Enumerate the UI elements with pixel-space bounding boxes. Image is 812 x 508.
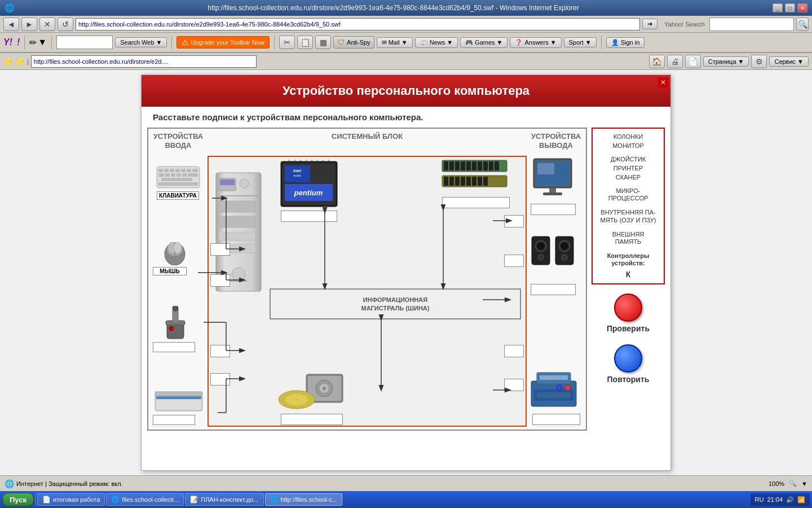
item-controllers[interactable]: Контроллерыустройств: <box>596 251 660 268</box>
scanner-label-box[interactable] <box>153 415 195 425</box>
tab-url-input[interactable] <box>31 55 257 68</box>
taskbar-item-2[interactable]: 📝 ПЛАН-конспект.до... <box>185 493 263 506</box>
svg-point-84 <box>537 242 545 250</box>
item-ram[interactable]: ВНУТРЕННЯЯ ПА-МЯТЬ (ОЗУ И ПЗУ) <box>596 208 660 225</box>
taskbar-item-0[interactable]: 📄 итоговая работа <box>37 493 105 506</box>
url-input[interactable] <box>76 18 640 30</box>
svg-rect-12 <box>182 173 187 177</box>
add-favorites-icon[interactable]: ⭐ <box>15 57 25 66</box>
taskbar-separator <box>35 493 36 506</box>
disks-label-box[interactable] <box>281 414 343 425</box>
flash-header: Устройство персонального компьютера <box>142 75 670 107</box>
right-conn-box-3[interactable] <box>504 345 524 357</box>
status-left: 🌐 Интернет | Защищенный режим: вкл. <box>5 479 123 488</box>
ram-label-box[interactable] <box>442 197 510 208</box>
svg-rect-29 <box>155 392 202 396</box>
joystick-label-box[interactable] <box>153 342 195 352</box>
answers-button[interactable]: ❓ Answers ▼ <box>510 37 561 48</box>
search-web-input[interactable] <box>56 36 113 49</box>
taskbar-item-1[interactable]: 🌐 files.school-collecti... <box>106 493 184 506</box>
games-label: Games <box>475 39 495 46</box>
maximize-button[interactable]: □ <box>785 3 795 12</box>
toolbar-separator-1 <box>24 36 25 49</box>
signin-button[interactable]: 👤 Sign in <box>606 37 645 48</box>
back-button[interactable]: ◄ <box>3 17 19 31</box>
item-monitor[interactable]: МОНИТОР <box>596 141 660 150</box>
svg-rect-81 <box>543 192 562 195</box>
left-conn-box-4[interactable] <box>210 373 230 386</box>
favorites-star-icon[interactable]: ⭐ <box>3 57 13 66</box>
svg-rect-75 <box>483 177 488 186</box>
close-button[interactable]: ✕ <box>797 3 807 12</box>
svg-point-33 <box>240 179 249 188</box>
cpu-label-box[interactable] <box>281 211 337 222</box>
right-conn-box-1[interactable] <box>504 215 524 227</box>
page-icon[interactable]: 📄 <box>685 55 701 68</box>
locale-indicator[interactable]: RU <box>755 496 764 503</box>
zoom-icon: 🔍 <box>789 480 797 487</box>
item-kolonki[interactable]: КОЛОНКИ <box>596 132 660 141</box>
yahoo-search-input[interactable] <box>709 17 794 31</box>
status-bar: 🌐 Интернет | Защищенный режим: вкл. 100%… <box>0 475 812 491</box>
print-icon[interactable]: 🖨 <box>667 55 683 68</box>
item-k[interactable]: К <box>596 269 660 280</box>
right-panel: КОЛОНКИ МОНИТОР ДЖОЙСТИК ПРИНТЕР СКАНЕР … <box>592 128 665 431</box>
page-tools: 🏠 🖨 📄 Страница ▼ ⚙ Сервис ▼ <box>649 55 809 68</box>
printer-label-box[interactable] <box>532 414 580 425</box>
stop-button[interactable]: ✕ <box>39 17 55 31</box>
search-icon[interactable]: 🔍 <box>796 17 809 31</box>
item-skaner[interactable]: СКАНЕР <box>596 173 660 182</box>
svg-rect-71 <box>461 177 465 186</box>
speakers-label-box[interactable] <box>531 284 576 295</box>
zoom-dropdown[interactable]: ▼ <box>801 480 807 487</box>
system-block-label: СИСТЕМНЫЙ БЛОК <box>204 132 531 150</box>
service-button[interactable]: Сервис ▼ <box>769 56 809 67</box>
start-button[interactable]: Пуск <box>2 493 34 506</box>
main-toolbar: Y! ! ✏ ▼ Search Web ▼ ⚠ Upgrade your Too… <box>0 33 812 53</box>
diagram-area: УСТРОЙСТВАВВОДА СИСТЕМНЫЙ БЛОК УСТРОЙСТВ… <box>142 128 670 436</box>
item-printer[interactable]: ПРИНТЕР <box>596 164 660 173</box>
svg-rect-64 <box>483 161 488 170</box>
svg-rect-66 <box>495 161 499 170</box>
svg-rect-27 <box>156 396 201 399</box>
favorites-label: | <box>27 58 29 65</box>
left-conn-box-2[interactable] <box>210 274 230 287</box>
minimize-button[interactable]: _ <box>773 3 783 12</box>
item-dzhojstik[interactable]: ДЖОЙСТИК <box>596 155 660 164</box>
items-sep-1 <box>596 150 660 155</box>
left-conn-box-3[interactable] <box>210 345 230 357</box>
item-mikro[interactable]: МИКРО-ПРОЦЕССОР <box>596 186 660 203</box>
go-button[interactable]: ➔ <box>642 19 657 29</box>
mail-button[interactable]: ✉ Mail ▼ <box>377 37 413 48</box>
volume-icon: 📶 <box>797 496 805 503</box>
svg-point-101 <box>323 387 326 390</box>
search-web-button[interactable]: Search Web ▼ <box>115 37 167 47</box>
svg-rect-79 <box>537 163 554 174</box>
news-button[interactable]: 📰 News ▼ <box>415 37 458 48</box>
page-button[interactable]: Страница ▼ <box>703 56 749 67</box>
games-button[interactable]: 🎮 Games ▼ <box>460 37 508 48</box>
monitor-label-box[interactable] <box>531 204 576 215</box>
antispy-button[interactable]: 🛡 Anti-Spy <box>333 36 374 49</box>
home-icon[interactable]: 🏠 <box>649 55 665 68</box>
sport-button[interactable]: Sport ▼ <box>564 37 597 47</box>
upgrade-button[interactable]: ⚠ Upgrade your Toolbar Now <box>176 36 270 49</box>
right-conn-box-2[interactable] <box>504 255 524 267</box>
scissors-icon: ✂ <box>279 36 295 49</box>
refresh-button[interactable]: ↺ <box>58 17 73 31</box>
svg-rect-5 <box>181 169 186 172</box>
check-button[interactable] <box>614 294 642 322</box>
item-extern-mem[interactable]: ВНЕШНЯЯПАМЯТЬ <box>596 230 660 247</box>
gear-icon[interactable]: ⚙ <box>751 55 767 68</box>
flash-title: Устройство персонального компьютера <box>153 84 659 98</box>
right-conn-box-4[interactable] <box>504 379 524 391</box>
taskbar-item-3[interactable]: 🌐 http://files.school-c... <box>265 493 342 506</box>
system-tray: RU 21:04 🔊 📶 <box>751 493 810 506</box>
svg-rect-9 <box>165 173 170 177</box>
left-conn-box-1[interactable] <box>210 243 230 256</box>
repeat-button[interactable] <box>614 344 642 373</box>
forward-button[interactable]: ► <box>21 17 37 31</box>
flash-close-button[interactable]: ✕ <box>658 77 668 87</box>
check-button-area: Проверить <box>592 294 665 340</box>
disks-image <box>275 369 348 414</box>
